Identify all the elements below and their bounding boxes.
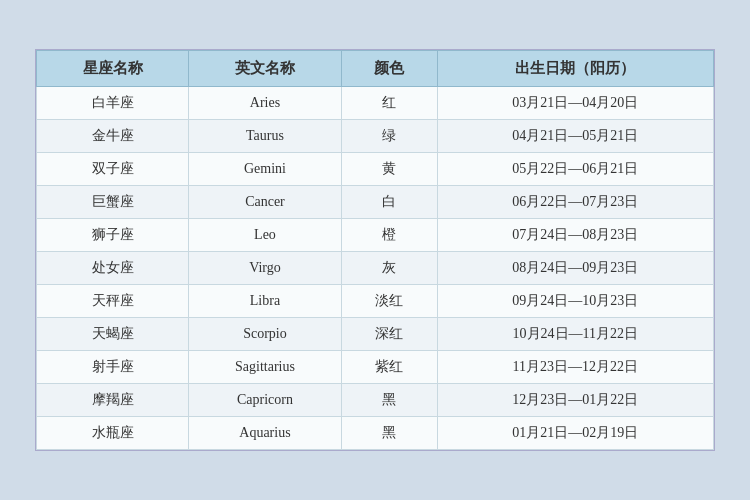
- cell-chinese-name: 射手座: [37, 351, 189, 384]
- cell-dates: 04月21日—05月21日: [437, 120, 713, 153]
- cell-chinese-name: 狮子座: [37, 219, 189, 252]
- table-row: 处女座Virgo灰08月24日—09月23日: [37, 252, 714, 285]
- cell-color: 灰: [341, 252, 437, 285]
- table-row: 金牛座Taurus绿04月21日—05月21日: [37, 120, 714, 153]
- table-header-row: 星座名称 英文名称 颜色 出生日期（阳历）: [37, 51, 714, 87]
- cell-english-name: Capricorn: [189, 384, 341, 417]
- table-row: 射手座Sagittarius紫红11月23日—12月22日: [37, 351, 714, 384]
- cell-chinese-name: 处女座: [37, 252, 189, 285]
- cell-color: 紫红: [341, 351, 437, 384]
- cell-color: 红: [341, 87, 437, 120]
- table-row: 双子座Gemini黄05月22日—06月21日: [37, 153, 714, 186]
- cell-color: 黑: [341, 384, 437, 417]
- cell-english-name: Cancer: [189, 186, 341, 219]
- table-row: 巨蟹座Cancer白06月22日—07月23日: [37, 186, 714, 219]
- cell-english-name: Aries: [189, 87, 341, 120]
- header-dates: 出生日期（阳历）: [437, 51, 713, 87]
- cell-dates: 12月23日—01月22日: [437, 384, 713, 417]
- zodiac-table-container: 星座名称 英文名称 颜色 出生日期（阳历） 白羊座Aries红03月21日—04…: [35, 49, 715, 451]
- cell-chinese-name: 双子座: [37, 153, 189, 186]
- cell-english-name: Scorpio: [189, 318, 341, 351]
- cell-chinese-name: 白羊座: [37, 87, 189, 120]
- header-color: 颜色: [341, 51, 437, 87]
- zodiac-table: 星座名称 英文名称 颜色 出生日期（阳历） 白羊座Aries红03月21日—04…: [36, 50, 714, 450]
- cell-english-name: Aquarius: [189, 417, 341, 450]
- cell-english-name: Sagittarius: [189, 351, 341, 384]
- table-body: 白羊座Aries红03月21日—04月20日金牛座Taurus绿04月21日—0…: [37, 87, 714, 450]
- cell-color: 橙: [341, 219, 437, 252]
- cell-dates: 08月24日—09月23日: [437, 252, 713, 285]
- table-row: 狮子座Leo橙07月24日—08月23日: [37, 219, 714, 252]
- table-row: 水瓶座Aquarius黑01月21日—02月19日: [37, 417, 714, 450]
- cell-chinese-name: 巨蟹座: [37, 186, 189, 219]
- header-english-name: 英文名称: [189, 51, 341, 87]
- cell-color: 黄: [341, 153, 437, 186]
- cell-dates: 07月24日—08月23日: [437, 219, 713, 252]
- cell-dates: 06月22日—07月23日: [437, 186, 713, 219]
- cell-chinese-name: 摩羯座: [37, 384, 189, 417]
- table-row: 天秤座Libra淡红09月24日—10月23日: [37, 285, 714, 318]
- cell-chinese-name: 天秤座: [37, 285, 189, 318]
- header-chinese-name: 星座名称: [37, 51, 189, 87]
- cell-english-name: Taurus: [189, 120, 341, 153]
- cell-color: 深红: [341, 318, 437, 351]
- cell-dates: 10月24日—11月22日: [437, 318, 713, 351]
- table-row: 天蝎座Scorpio深红10月24日—11月22日: [37, 318, 714, 351]
- cell-chinese-name: 天蝎座: [37, 318, 189, 351]
- cell-color: 淡红: [341, 285, 437, 318]
- table-row: 白羊座Aries红03月21日—04月20日: [37, 87, 714, 120]
- cell-dates: 09月24日—10月23日: [437, 285, 713, 318]
- cell-english-name: Libra: [189, 285, 341, 318]
- cell-english-name: Virgo: [189, 252, 341, 285]
- cell-chinese-name: 水瓶座: [37, 417, 189, 450]
- cell-english-name: Gemini: [189, 153, 341, 186]
- table-row: 摩羯座Capricorn黑12月23日—01月22日: [37, 384, 714, 417]
- cell-english-name: Leo: [189, 219, 341, 252]
- cell-dates: 05月22日—06月21日: [437, 153, 713, 186]
- cell-chinese-name: 金牛座: [37, 120, 189, 153]
- cell-color: 绿: [341, 120, 437, 153]
- cell-dates: 03月21日—04月20日: [437, 87, 713, 120]
- cell-color: 白: [341, 186, 437, 219]
- cell-dates: 01月21日—02月19日: [437, 417, 713, 450]
- cell-color: 黑: [341, 417, 437, 450]
- cell-dates: 11月23日—12月22日: [437, 351, 713, 384]
